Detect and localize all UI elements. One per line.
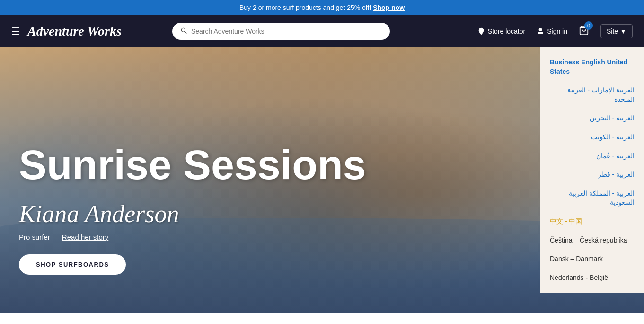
hero-title: Sunrise Sessions [19, 144, 366, 186]
site-dropdown-item[interactable]: Nederlands - België [540, 269, 644, 288]
surfer-role: Pro surfer [19, 233, 50, 241]
site-dropdown-item[interactable]: Dansk – Danmark [540, 250, 644, 269]
search-input[interactable] [191, 27, 382, 35]
hamburger-icon[interactable]: ☰ [11, 26, 20, 37]
svg-point-0 [480, 29, 482, 31]
site-dropdown-item[interactable]: العربية - قطر [540, 165, 644, 184]
sign-in-label: Sign in [547, 27, 567, 35]
surfer-name: Kiana Anderson [19, 200, 366, 228]
header-left: ☰ Adventure Works [11, 24, 163, 39]
store-locator-button[interactable]: Store locator [477, 27, 525, 35]
read-story-link[interactable]: Read her story [62, 233, 108, 241]
header-actions: Store locator Sign in 0 Site ▼ [477, 24, 633, 38]
announcement-text: Buy 2 or more surf products and get 25% … [239, 4, 371, 11]
site-dropdown-item[interactable]: 中文 - 中国 [540, 212, 644, 231]
announcement-bar: Buy 2 or more surf products and get 25% … [0, 0, 644, 15]
shop-now-link[interactable]: Shop now [373, 4, 405, 11]
cart-badge: 0 [584, 21, 593, 30]
shop-surfboards-button[interactable]: SHOP SURFBOARDS [19, 254, 126, 275]
search-container [172, 23, 390, 40]
sign-in-button[interactable]: Sign in [537, 27, 567, 35]
site-dropdown-item[interactable]: العربية - المملكة العربية السعودية [540, 184, 644, 212]
search-box [172, 23, 390, 40]
site-dropdown-item[interactable]: العربية - الكويت [540, 128, 644, 147]
subtitle-divider [56, 233, 56, 241]
site-dropdown-item[interactable]: العربية - البحرين [540, 109, 644, 128]
site-dropdown-item[interactable]: العربية - عُمان [540, 147, 644, 166]
header: ☰ Adventure Works Store locator [0, 15, 644, 47]
store-locator-label: Store locator [488, 27, 525, 35]
chevron-down-icon: ▼ [620, 27, 626, 35]
hero-content: Sunrise Sessions Kiana Anderson Pro surf… [19, 144, 366, 275]
site-dropdown-item[interactable]: Čeština – Česká republika [540, 231, 644, 250]
svg-point-1 [539, 28, 542, 31]
site-dropdown-item[interactable]: Business English United States [540, 53, 644, 81]
site-logo[interactable]: Adventure Works [27, 24, 122, 39]
hero-subtitle-row: Pro surfer Read her story [19, 233, 366, 241]
site-selector-button[interactable]: Site ▼ [600, 24, 633, 38]
site-label: Site [607, 27, 618, 35]
search-icon [180, 27, 187, 36]
site-dropdown-item[interactable]: العربية الإمارات - العربية المتحدة [540, 81, 644, 109]
site-dropdown: Business English United Statesالعربية ال… [540, 47, 644, 293]
cart-button[interactable]: 0 [579, 25, 589, 37]
